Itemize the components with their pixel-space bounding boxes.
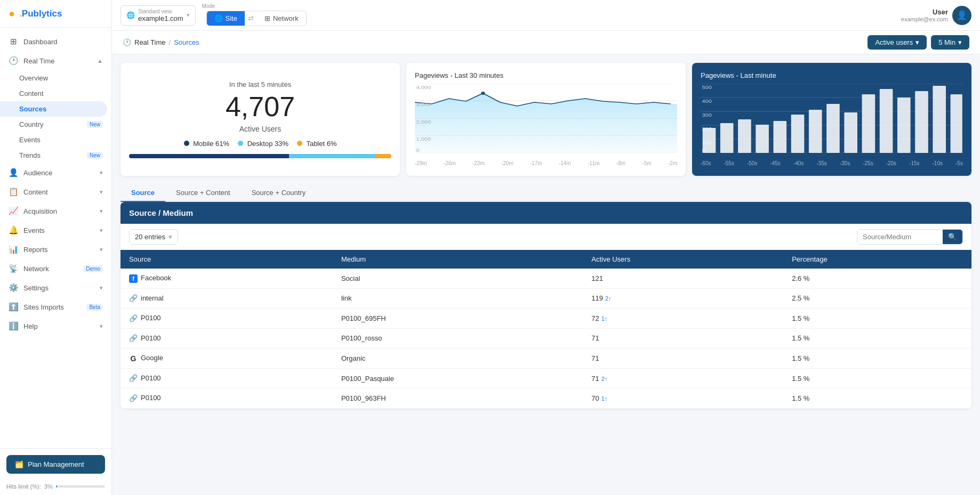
sidebar-item-events[interactable]: Events [0,132,111,148]
chart-30min-title: Pageviews - Last 30 minutes [415,71,677,79]
cell-medium: P0100_695FH [333,309,583,329]
desktop-bar [289,154,375,158]
avatar[interactable]: 👤 [952,6,971,25]
source-name: Facebook [141,274,171,282]
col-active-users: Active Users [583,250,783,269]
link-icon: 🔗 [129,394,138,403]
sidebar: ● .Publytics ⊞ Dashboard 🕐 Real Time ▲ O… [0,0,112,495]
sidebar-item-label: Audience [23,169,52,177]
breadcrumb-page[interactable]: Sources [174,38,199,46]
x-label: -2m [668,160,677,166]
x-label: -17m [530,160,542,166]
x-label: -23m [472,160,485,166]
tab-source-content[interactable]: Source + Content [165,184,241,202]
source-name: P0100 [141,334,161,342]
table-section: Source / Medium 20 entries ▾ 🔍 Source Me… [121,202,971,409]
chart-30min-svg: 4,000 3,000 2,000 1,000 0 [415,84,677,153]
sidebar-item-trends[interactable]: Trends New [0,148,111,163]
sidebar-item-events2[interactable]: 🔔 Events ▾ [0,221,111,240]
col-percentage: Percentage [783,250,971,269]
plan-label: Plan Management [28,460,84,468]
reports-icon: 📊 [9,245,18,254]
breadcrumb-filters: Active users ▾ 5 Min ▾ [867,35,969,50]
breadcrumb-section: Real Time [134,38,166,46]
cell-source: 🔗P0100 [121,309,333,329]
network-mode-button[interactable]: ⊞ Network [257,11,306,26]
x-label: -35s [816,160,826,166]
filter-label: 5 Min [938,38,955,46]
hits-label: Hits limit (%): [6,483,41,490]
search-button[interactable]: 🔍 [943,230,962,244]
cell-source: 🔗internal [121,288,333,309]
svg-rect-19 [738,119,751,153]
sites-imports-icon: ⬆️ [9,302,18,312]
tablet-label: Tablet 6% [306,140,336,148]
x-label: -29m [415,160,427,166]
sidebar-item-country[interactable]: Country New [0,117,111,132]
mobile-dot [184,141,189,146]
sidebar-item-network[interactable]: 📡 Network Demo [0,259,111,278]
hits-limit-section: Hits limit (%): 3% [0,480,111,495]
filter-label: Active users [875,38,913,46]
active-users-filter[interactable]: Active users ▾ [867,35,927,50]
site-selector[interactable]: 🌐 Standard view example1.com ▾ [121,5,196,26]
network-mode-icon: ⊞ [264,14,270,22]
chevron-down-icon: ▾ [100,208,103,215]
site-mode-button[interactable]: 🌐 Site [207,11,245,26]
logo-text: .Publytics [19,9,62,19]
chart-1min-svg: 500 400 300 200 100 0 [701,84,963,153]
site-info: Standard view example1.com [138,9,183,22]
x-label: -30s [840,160,850,166]
tab-source[interactable]: Source [121,184,165,202]
sidebar-item-audience[interactable]: 👤 Audience ▾ [0,163,111,182]
sidebar-item-reports[interactable]: 📊 Reports ▾ [0,240,111,259]
breadcrumb: 🕐 Real Time / Sources [123,38,199,46]
col-medium: Medium [333,250,583,269]
cell-medium: Social [333,269,583,288]
sidebar-item-acquisition[interactable]: 📈 Acquisition ▾ [0,201,111,221]
pageviews-30min-card: Pageviews - Last 30 minutes [406,63,686,176]
sidebar-item-label: Network [23,265,49,273]
sidebar-item-sources[interactable]: Sources [0,101,107,117]
search-input[interactable] [857,230,943,244]
sidebar-item-overview[interactable]: Overview [0,70,111,86]
chart-30min-labels: -29m -26m -23m -20m -17m -14m -11m -8m -… [415,160,677,166]
sidebar-item-content2[interactable]: 📋 Content ▾ [0,182,111,201]
stats-cards-row: In the last 5 minutes 4,707 Active Users… [121,63,971,176]
svg-rect-22 [791,115,805,153]
x-label: -50s [747,160,757,166]
cell-active-users: 71 [583,328,783,348]
cell-source: fFacebook [121,269,333,288]
topbar: 🌐 Standard view example1.com ▾ Mode 🌐 Si… [112,0,980,31]
plan-management-button[interactable]: 🗂️ Plan Management [6,455,105,474]
sidebar-item-dashboard[interactable]: ⊞ Dashboard [0,32,111,51]
new-badge: New [87,152,103,159]
tab-source-country[interactable]: Source + Country [241,184,317,202]
tablet-legend: Tablet 6% [297,140,336,148]
standard-view-label: Standard view [138,9,183,14]
sidebar-item-content[interactable]: Content [0,86,111,101]
tab-label: Source + Content [176,189,230,197]
chevron-down-icon: ▾ [100,189,103,196]
table-row: 🔗P0100 P0100_Pasquale 712↑ 1.5 % [121,368,971,388]
svg-rect-29 [915,91,928,153]
sidebar-item-sites-imports[interactable]: ⬆️ Sites Imports Beta [0,297,111,317]
time-filter[interactable]: 5 Min ▾ [931,35,969,50]
x-label: -20m [501,160,513,166]
google-icon: G [129,354,138,363]
device-bar [129,154,391,158]
cell-medium: P0100_rosso [333,328,583,348]
sidebar-item-realtime[interactable]: 🕐 Real Time ▲ [0,51,111,70]
entries-select[interactable]: 20 entries ▾ [129,229,178,245]
sidebar-nav: ⊞ Dashboard 🕐 Real Time ▲ Overview Conte… [0,28,111,448]
svg-text:3,000: 3,000 [416,102,431,107]
x-label: -8m [616,160,625,166]
user-email: example@ex.com [901,16,948,22]
sidebar-item-settings[interactable]: ⚙️ Settings ▾ [0,278,111,297]
x-label: -40s [793,160,804,166]
tablet-dot [297,141,302,146]
table-body: fFacebook Social 121 2.6 % 🔗internal lin… [121,269,971,408]
events-icon: 🔔 [9,225,18,235]
svg-rect-27 [880,89,893,153]
sidebar-item-help[interactable]: ℹ️ Help ▾ [0,317,111,336]
